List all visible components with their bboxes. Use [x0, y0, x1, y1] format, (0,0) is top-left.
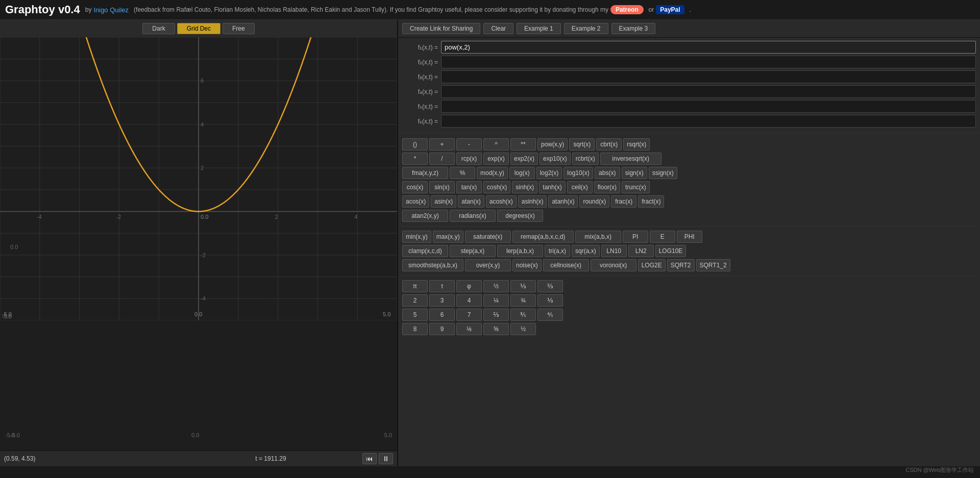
keypad-btn-2-8[interactable]: ssign(x) — [649, 167, 677, 179]
free-button[interactable]: Free — [223, 23, 255, 34]
keypad-btn-8-1[interactable]: step(a,x) — [450, 245, 496, 257]
keypad-btn-11-1[interactable]: τ — [429, 280, 455, 292]
keypad-btn-1-6[interactable]: rcbrt(x) — [572, 153, 599, 165]
keypad-btn-14-4[interactable]: ⅝ — [483, 323, 509, 335]
keypad-btn-9-7[interactable]: SQRT1_2 — [696, 259, 730, 271]
keypad-btn-5-2[interactable]: degrees(x) — [497, 210, 543, 222]
keypad-btn-8-6[interactable]: LN2 — [628, 245, 654, 257]
keypad-btn-0-0[interactable]: () — [402, 138, 428, 150]
keypad-btn-4-2[interactable]: atan(x) — [458, 195, 484, 208]
keypad-btn-4-0[interactable]: acos(x) — [402, 195, 429, 208]
keypad-btn-5-1[interactable]: radians(x) — [450, 210, 496, 222]
keypad-btn-4-5[interactable]: atanh(x) — [548, 195, 578, 208]
keypad-btn-0-4[interactable]: ** — [510, 138, 536, 150]
keypad-btn-3-5[interactable]: tanh(x) — [539, 181, 565, 193]
keypad-btn-1-7[interactable]: inversesqrt(x) — [600, 153, 662, 165]
keypad-btn-4-7[interactable]: frac(x) — [611, 195, 636, 208]
keypad-btn-8-7[interactable]: LOG10E — [655, 245, 687, 257]
keypad-btn-8-3[interactable]: tri(a,x) — [545, 245, 570, 257]
keypad-btn-0-2[interactable]: - — [456, 138, 482, 150]
example1-button[interactable]: Example 1 — [517, 23, 561, 34]
share-button[interactable]: Create Link for Sharing — [402, 23, 480, 34]
keypad-btn-3-6[interactable]: ceil(x) — [567, 181, 593, 193]
keypad-btn-13-4[interactable]: ⅗ — [510, 309, 536, 321]
function-input-6[interactable] — [441, 115, 976, 128]
grid-dec-button[interactable]: Grid Dec — [177, 23, 220, 34]
keypad-btn-7-7[interactable]: PHI — [677, 231, 702, 243]
keypad-btn-3-0[interactable]: cos(x) — [402, 181, 428, 193]
patreon-button[interactable]: Patreon — [610, 5, 644, 14]
keypad-btn-2-5[interactable]: log10(x) — [564, 167, 593, 179]
keypad-btn-7-4[interactable]: mix(a,b,x) — [575, 231, 621, 243]
keypad-btn-12-0[interactable]: 2 — [402, 294, 428, 307]
keypad-btn-7-5[interactable]: PI — [623, 231, 648, 243]
keypad-btn-1-5[interactable]: exp10(x) — [540, 153, 571, 165]
keypad-btn-13-2[interactable]: 7 — [456, 309, 482, 321]
keypad-btn-9-0[interactable]: smoothstep(a,b,x) — [402, 259, 463, 271]
pause-button[interactable]: ⏸ — [379, 453, 393, 464]
keypad-btn-2-6[interactable]: abs(x) — [595, 167, 620, 179]
function-input-4[interactable] — [441, 85, 976, 98]
clear-button[interactable]: Clear — [483, 23, 513, 34]
keypad-btn-8-0[interactable]: clamp(x,c,d) — [402, 245, 448, 257]
keypad-btn-8-2[interactable]: lerp(a,b,x) — [497, 245, 543, 257]
function-input-2[interactable] — [441, 56, 976, 68]
keypad-btn-2-3[interactable]: log(x) — [509, 167, 535, 179]
keypad-btn-9-4[interactable]: voronoi(x) — [591, 259, 636, 271]
keypad-btn-13-0[interactable]: 5 — [402, 309, 428, 321]
keypad-btn-4-4[interactable]: asinh(x) — [518, 195, 547, 208]
keypad-btn-9-5[interactable]: LOG2E — [638, 259, 666, 271]
function-input-1[interactable] — [441, 41, 976, 54]
keypad-btn-14-1[interactable]: 9 — [429, 323, 455, 335]
keypad-btn-1-1[interactable]: / — [429, 153, 455, 165]
function-input-5[interactable] — [441, 100, 976, 113]
keypad-btn-5-0[interactable]: atan2(x,y) — [402, 210, 448, 222]
keypad-btn-1-2[interactable]: rcp(x) — [456, 153, 482, 165]
keypad-btn-12-1[interactable]: 3 — [429, 294, 455, 307]
author-link[interactable]: Inigo Quilez — [93, 6, 129, 14]
dark-button[interactable]: Dark — [142, 23, 175, 34]
keypad-btn-0-7[interactable]: cbrt(x) — [596, 138, 622, 150]
keypad-btn-7-3[interactable]: remap(a,b,x,c,d) — [512, 231, 574, 243]
keypad-btn-11-4[interactable]: ⅓ — [510, 280, 536, 292]
keypad-btn-9-6[interactable]: SQRT2 — [667, 259, 695, 271]
keypad-btn-4-6[interactable]: round(x) — [579, 195, 609, 208]
rewind-button[interactable]: ⏮ — [362, 453, 377, 464]
keypad-btn-8-4[interactable]: sqr(a,x) — [572, 245, 600, 257]
keypad-btn-0-8[interactable]: rsqrt(x) — [623, 138, 650, 150]
keypad-btn-11-0[interactable]: π — [402, 280, 428, 292]
keypad-btn-3-1[interactable]: sin(x) — [429, 181, 455, 193]
keypad-btn-9-1[interactable]: over(x,y) — [465, 259, 511, 271]
keypad-btn-12-5[interactable]: ⅓ — [537, 294, 563, 307]
keypad-btn-13-3[interactable]: ⅔ — [483, 309, 509, 321]
keypad-btn-3-2[interactable]: tan(x) — [456, 181, 482, 193]
keypad-btn-14-0[interactable]: 8 — [402, 323, 428, 335]
keypad-btn-3-3[interactable]: cosh(x) — [483, 181, 510, 193]
example3-button[interactable]: Example 3 — [611, 23, 656, 34]
keypad-btn-2-4[interactable]: log2(x) — [536, 167, 562, 179]
keypad-btn-2-7[interactable]: sign(x) — [622, 167, 647, 179]
keypad-btn-4-8[interactable]: fract(x) — [638, 195, 664, 208]
keypad-btn-3-8[interactable]: trunc(x) — [622, 181, 650, 193]
example2-button[interactable]: Example 2 — [564, 23, 608, 34]
keypad-btn-9-2[interactable]: noise(x) — [512, 259, 542, 271]
graph-canvas[interactable]: -5.0 0.0 0.0 5.0 -5.0 — [0, 37, 397, 450]
function-input-3[interactable] — [441, 70, 976, 83]
paypal-button[interactable]: PayPal — [656, 5, 684, 14]
keypad-btn-0-1[interactable]: + — [429, 138, 455, 150]
keypad-btn-13-5[interactable]: ⅘ — [537, 309, 563, 321]
keypad-btn-12-4[interactable]: ¾ — [510, 294, 536, 307]
keypad-btn-11-5[interactable]: ⅔ — [537, 280, 563, 292]
keypad-btn-0-3[interactable]: ^ — [483, 138, 509, 150]
keypad-btn-12-2[interactable]: 4 — [456, 294, 482, 307]
keypad-btn-4-1[interactable]: asin(x) — [431, 195, 456, 208]
keypad-btn-1-0[interactable]: * — [402, 153, 428, 165]
keypad-btn-14-3[interactable]: ⅛ — [456, 323, 482, 335]
keypad-btn-1-4[interactable]: exp2(x) — [510, 153, 538, 165]
keypad-btn-3-4[interactable]: sinh(x) — [512, 181, 537, 193]
keypad-btn-14-5[interactable]: ½ — [510, 323, 536, 335]
keypad-btn-4-3[interactable]: acosh(x) — [486, 195, 517, 208]
keypad-btn-2-2[interactable]: mod(x,y) — [477, 167, 508, 179]
keypad-btn-3-7[interactable]: floor(x) — [594, 181, 620, 193]
keypad-btn-11-3[interactable]: ½ — [483, 280, 509, 292]
